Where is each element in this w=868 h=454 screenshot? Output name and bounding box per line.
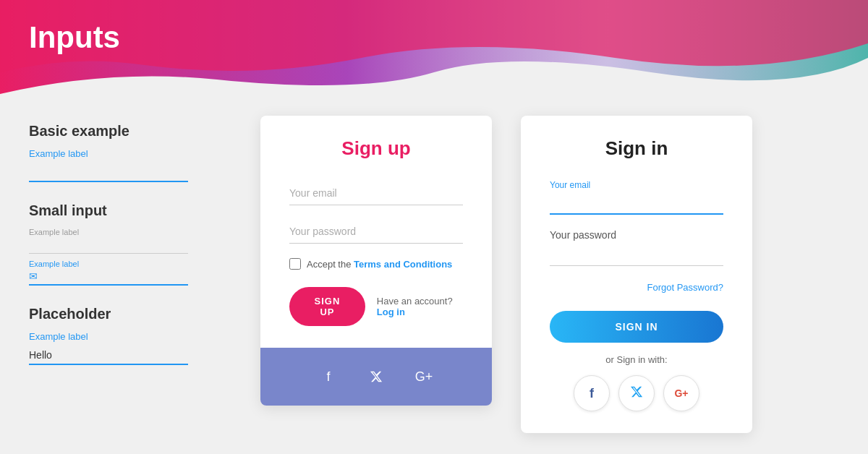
signup-password-field xyxy=(289,220,463,244)
signin-password-input[interactable] xyxy=(550,245,723,266)
signup-title: Sign up xyxy=(289,137,463,160)
small-input-container-1: Example label xyxy=(29,228,231,254)
signin-button[interactable]: SIGN IN xyxy=(550,311,723,343)
twitter-icon xyxy=(630,385,643,402)
signup-password-input[interactable] xyxy=(289,220,463,244)
signup-card-footer: f G+ xyxy=(260,348,492,406)
signup-googleplus-icon[interactable]: G+ xyxy=(411,364,437,390)
left-panel: Basic example Example label Small input … xyxy=(29,116,231,385)
basic-example-label: Example label xyxy=(29,148,231,159)
page-title: Inputs xyxy=(29,20,120,55)
small-label-1: Example label xyxy=(29,228,231,236)
icon-input-wrapper: ✉ xyxy=(29,270,188,286)
forgot-password-link[interactable]: Forgot Password? xyxy=(647,282,724,293)
signin-social-buttons: f G+ xyxy=(550,375,723,411)
main-content: Basic example Example label Small input … xyxy=(0,101,868,454)
placeholder-title: Placeholder xyxy=(29,306,231,322)
forgot-password-container: Forgot Password? xyxy=(550,280,723,294)
small-input-title: Small input xyxy=(29,202,231,219)
signup-facebook-icon[interactable]: f xyxy=(315,364,341,390)
placeholder-input[interactable] xyxy=(29,346,188,365)
signin-email-field: Your email xyxy=(550,180,723,215)
header-background xyxy=(0,0,868,116)
terms-checkbox-row: Accept the Terms and Conditions xyxy=(289,258,463,270)
small-input-2[interactable] xyxy=(42,271,188,281)
small-label-2: Example label xyxy=(29,260,231,268)
signin-twitter-button[interactable] xyxy=(618,375,655,411)
signin-card: Sign in Your email Your password Forgot … xyxy=(521,116,752,433)
basic-example-section: Basic example Example label xyxy=(29,123,231,182)
signin-facebook-button[interactable]: f xyxy=(574,375,610,411)
signup-action-row: SIGN UP Have an account? Log in xyxy=(289,287,463,326)
small-input-container-2: Example label ✉ xyxy=(29,260,231,286)
signin-email-label: Your email xyxy=(550,180,723,190)
placeholder-label: Example label xyxy=(29,331,231,342)
signup-email-field xyxy=(289,181,463,205)
signin-password-field: Your password xyxy=(550,229,723,266)
terms-checkbox[interactable] xyxy=(289,258,301,270)
signup-card-body: Sign up Accept the Terms and Conditions … xyxy=(260,116,492,348)
signup-card: Sign up Accept the Terms and Conditions … xyxy=(260,116,492,406)
terms-link[interactable]: Terms and Conditions xyxy=(354,259,452,270)
signup-button[interactable]: SIGN UP xyxy=(289,287,365,326)
facebook-icon: f xyxy=(590,386,594,401)
checkbox-label: Accept the Terms and Conditions xyxy=(307,259,452,270)
small-input-section: Small input Example label Example label … xyxy=(29,202,231,286)
basic-example-input[interactable] xyxy=(29,163,188,182)
signup-email-input[interactable] xyxy=(289,181,463,205)
signin-password-label: Your password xyxy=(550,229,723,241)
signin-googleplus-button[interactable]: G+ xyxy=(663,375,699,411)
small-input-1[interactable] xyxy=(29,239,188,254)
placeholder-section: Placeholder Example label xyxy=(29,306,231,365)
signin-email-input[interactable] xyxy=(550,193,723,215)
googleplus-icon: G+ xyxy=(674,387,688,399)
signin-title: Sign in xyxy=(550,137,723,160)
mail-icon: ✉ xyxy=(29,270,38,282)
or-signin-text: or Sign in with: xyxy=(550,354,723,365)
basic-example-title: Basic example xyxy=(29,123,231,140)
login-link[interactable]: Log in xyxy=(377,307,405,317)
signup-twitter-icon[interactable] xyxy=(363,364,389,390)
have-account-text: Have an account? Log in xyxy=(377,296,463,317)
